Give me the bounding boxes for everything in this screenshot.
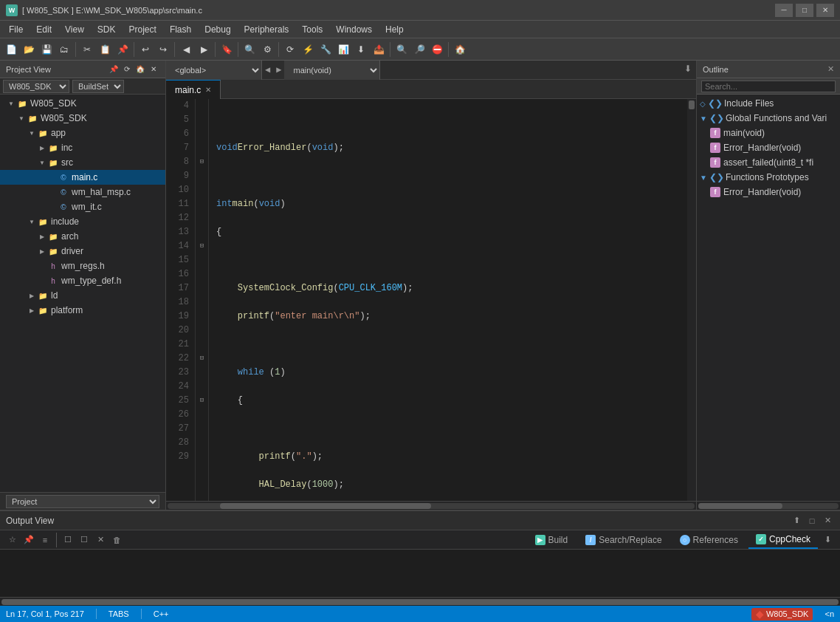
editor-nav-right[interactable]: ▶ bbox=[273, 61, 284, 79]
tree-item-inc[interactable]: ▶ 📁 inc bbox=[0, 140, 165, 155]
toolbar-btn1[interactable]: ⟳ bbox=[282, 41, 298, 58]
tree-item-w805sdk[interactable]: ▼ 📁 W805_SDK bbox=[0, 111, 165, 126]
tree-item-platform[interactable]: ▶ 📁 platform bbox=[0, 303, 165, 318]
tree-arrow[interactable]: ▼ bbox=[16, 115, 27, 122]
tree-item-arch[interactable]: ▶ 📁 arch bbox=[0, 229, 165, 244]
toolbar-home[interactable]: 🏠 bbox=[452, 41, 468, 58]
panel-type-selector[interactable]: Project bbox=[6, 495, 159, 508]
outline-item-assert-failed[interactable]: f assert_failed(uint8_t *fi bbox=[697, 155, 840, 170]
tree-arrow[interactable]: ▶ bbox=[37, 145, 47, 151]
tree-item-wmtypedef[interactable]: h wm_type_def.h bbox=[0, 273, 165, 288]
output-close-btn[interactable]: ✕ bbox=[821, 514, 834, 527]
toolbar-new[interactable]: 📄 bbox=[3, 41, 19, 58]
outline-item-main[interactable]: f main(void) bbox=[697, 126, 840, 140]
menu-file[interactable]: File bbox=[3, 23, 29, 36]
tree-arrow[interactable]: ▼ bbox=[27, 219, 37, 225]
menu-debug[interactable]: Debug bbox=[199, 23, 236, 36]
tree-arrow[interactable]: ▶ bbox=[37, 248, 47, 255]
output-check1-btn[interactable]: ☐ bbox=[61, 533, 75, 547]
output-hscroll-thumb[interactable] bbox=[1, 599, 839, 605]
menu-windows[interactable]: Windows bbox=[330, 23, 378, 36]
toolbar-btn6[interactable]: 📤 bbox=[371, 41, 387, 58]
outline-item-error-handler-proto[interactable]: f Error_Handler(void) bbox=[697, 185, 840, 199]
outline-hscroll-thumb[interactable] bbox=[698, 503, 782, 509]
outline-group-fn-prototypes[interactable]: ▼ ❮❯ Functions Prototypes bbox=[697, 170, 840, 185]
toolbar-save[interactable]: 💾 bbox=[38, 41, 55, 58]
output-restore-btn[interactable]: ⬆ bbox=[790, 514, 803, 527]
fold-btn-22[interactable]: ⊟ bbox=[196, 352, 208, 366]
minimize-button[interactable]: ─ bbox=[775, 4, 793, 17]
toolbar-undo[interactable]: ↩ bbox=[137, 41, 154, 58]
output-hscroll-track[interactable] bbox=[1, 599, 839, 605]
output-tab-cppcheck[interactable]: ✓ CppCheck bbox=[748, 531, 818, 549]
tree-item-ld[interactable]: ▶ 📁 ld bbox=[0, 288, 165, 303]
toolbar-paste[interactable]: 📌 bbox=[114, 41, 131, 58]
close-button[interactable]: ✕ bbox=[816, 4, 834, 17]
toolbar-btn5[interactable]: ⬇ bbox=[353, 41, 369, 58]
toolbar-copy[interactable]: 📋 bbox=[97, 41, 113, 58]
output-pin-btn[interactable]: 📌 bbox=[22, 533, 35, 547]
tree-item-driver[interactable]: ▶ 📁 driver bbox=[0, 244, 165, 259]
tree-arrow[interactable]: ▼ bbox=[37, 160, 47, 166]
function-selector[interactable]: main(void) bbox=[284, 61, 380, 80]
hscroll-thumb[interactable] bbox=[220, 503, 431, 509]
fold-btn-14[interactable]: ⊟ bbox=[196, 239, 208, 253]
tree-item-root[interactable]: ▼ 📁 W805_SDK bbox=[0, 96, 165, 111]
sdk-selector[interactable]: W805_SDK bbox=[3, 80, 69, 93]
editor-expand-btn[interactable]: ⬇ bbox=[680, 61, 696, 77]
output-star-btn[interactable]: ☆ bbox=[6, 533, 19, 547]
tab-mainc[interactable]: main.c ✕ bbox=[166, 80, 221, 99]
editor-hscrollbar[interactable] bbox=[166, 501, 696, 510]
output-maximize-btn[interactable]: □ bbox=[805, 514, 819, 527]
toolbar-search[interactable]: 🔍 bbox=[241, 41, 258, 58]
tree-arrow[interactable]: ▶ bbox=[27, 307, 37, 314]
toolbar-redo[interactable]: ↪ bbox=[155, 41, 171, 58]
menu-peripherals[interactable]: Peripherals bbox=[238, 23, 295, 36]
toolbar-btn3[interactable]: 🔧 bbox=[317, 41, 334, 58]
outline-search-input[interactable] bbox=[701, 81, 836, 92]
output-tab-references[interactable]: ○ References bbox=[672, 531, 746, 549]
vscroll-thumb[interactable] bbox=[689, 100, 695, 109]
toolbar-zoom-out[interactable]: 🔎 bbox=[411, 41, 427, 58]
outline-group-include-files[interactable]: ◇ ❮❯ Include Files bbox=[697, 96, 840, 111]
toolbar-search2[interactable]: ⚙ bbox=[259, 41, 275, 58]
toolbar-stop[interactable]: ⛔ bbox=[429, 41, 445, 58]
outline-group-global-fns[interactable]: ▼ ❮❯ Global Functions and Vari bbox=[697, 111, 840, 126]
tree-item-wmhal[interactable]: © wm_hal_msp.c bbox=[0, 185, 165, 199]
output-tab-build[interactable]: ▶ Build bbox=[528, 531, 576, 549]
panel-sync-btn[interactable]: ⟳ bbox=[121, 64, 133, 75]
output-expand-btn[interactable]: ⬇ bbox=[821, 533, 834, 547]
panel-pin-btn[interactable]: 📌 bbox=[108, 64, 120, 75]
menu-edit[interactable]: Edit bbox=[30, 23, 58, 36]
tree-item-src[interactable]: ▼ 📁 src bbox=[0, 155, 165, 170]
buildset-selector[interactable]: BuildSet bbox=[72, 80, 124, 93]
hscroll-track[interactable] bbox=[168, 503, 695, 509]
code-content[interactable]: void Error_Handler(void); int main(void)… bbox=[209, 99, 687, 501]
tab-close-mainc[interactable]: ✕ bbox=[205, 86, 211, 94]
outline-item-error-handler-global[interactable]: f Error_Handler(void) bbox=[697, 140, 840, 155]
tree-item-mainc[interactable]: © main.c bbox=[0, 170, 165, 185]
outline-hscroll-track[interactable] bbox=[698, 503, 839, 509]
outline-close-btn[interactable]: ✕ bbox=[827, 64, 834, 74]
output-trash-btn[interactable]: 🗑 bbox=[110, 533, 123, 547]
toolbar-back[interactable]: ◀ bbox=[178, 41, 194, 58]
menu-sdk[interactable]: SDK bbox=[92, 23, 122, 36]
tree-arrow[interactable]: ▶ bbox=[37, 233, 47, 240]
toolbar-cut[interactable]: ✂ bbox=[79, 41, 95, 58]
tree-item-wmregs[interactable]: h wm_regs.h bbox=[0, 259, 165, 273]
output-list-btn[interactable]: ≡ bbox=[38, 533, 52, 547]
toolbar-btn4[interactable]: 📊 bbox=[335, 41, 351, 58]
panel-home-btn[interactable]: 🏠 bbox=[134, 64, 146, 75]
toolbar-bookmark[interactable]: 🔖 bbox=[218, 41, 235, 58]
scope-selector[interactable]: <global> bbox=[166, 61, 262, 80]
menu-flash[interactable]: Flash bbox=[164, 23, 197, 36]
menu-project[interactable]: Project bbox=[123, 23, 162, 36]
tree-item-include[interactable]: ▼ 📁 include bbox=[0, 214, 165, 229]
output-check2-btn[interactable]: ☐ bbox=[78, 533, 91, 547]
output-hscrollbar[interactable] bbox=[0, 597, 840, 606]
toolbar-zoom-in[interactable]: 🔍 bbox=[393, 41, 410, 58]
menu-help[interactable]: Help bbox=[379, 23, 410, 36]
tree-item-app[interactable]: ▼ 📁 app bbox=[0, 126, 165, 140]
output-tab-search[interactable]: / Search/Replace bbox=[578, 531, 669, 549]
menu-view[interactable]: View bbox=[59, 23, 90, 36]
